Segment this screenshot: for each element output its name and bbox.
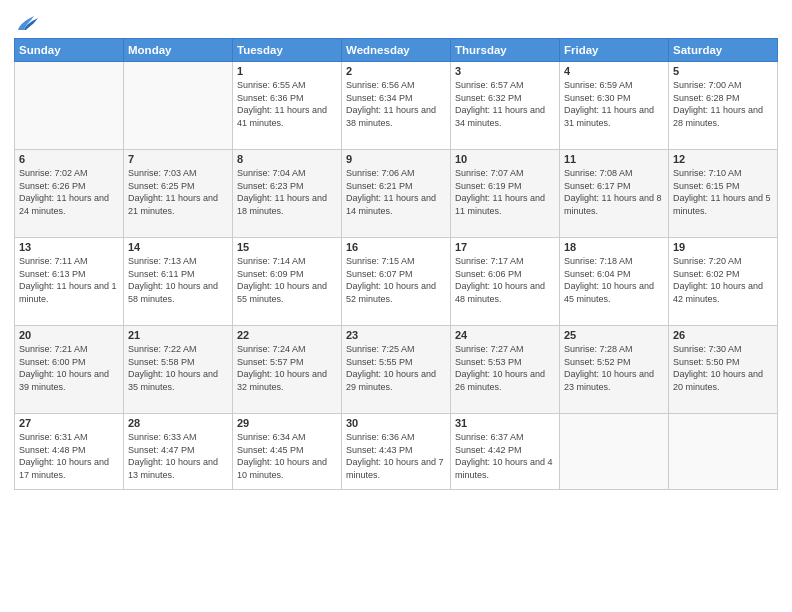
calendar-cell: 29Sunrise: 6:34 AMSunset: 4:45 PMDayligh… — [233, 414, 342, 490]
day-info: Sunrise: 6:56 AMSunset: 6:34 PMDaylight:… — [346, 79, 446, 129]
calendar-cell: 15Sunrise: 7:14 AMSunset: 6:09 PMDayligh… — [233, 238, 342, 326]
day-info: Sunrise: 6:34 AMSunset: 4:45 PMDaylight:… — [237, 431, 337, 481]
day-number: 27 — [19, 417, 119, 429]
calendar-cell: 2Sunrise: 6:56 AMSunset: 6:34 PMDaylight… — [342, 62, 451, 150]
day-number: 13 — [19, 241, 119, 253]
calendar-cell: 17Sunrise: 7:17 AMSunset: 6:06 PMDayligh… — [451, 238, 560, 326]
day-number: 1 — [237, 65, 337, 77]
calendar-cell: 8Sunrise: 7:04 AMSunset: 6:23 PMDaylight… — [233, 150, 342, 238]
day-info: Sunrise: 7:04 AMSunset: 6:23 PMDaylight:… — [237, 167, 337, 217]
calendar-cell: 24Sunrise: 7:27 AMSunset: 5:53 PMDayligh… — [451, 326, 560, 414]
calendar-cell: 9Sunrise: 7:06 AMSunset: 6:21 PMDaylight… — [342, 150, 451, 238]
weekday-header-row: SundayMondayTuesdayWednesdayThursdayFrid… — [15, 39, 778, 62]
calendar-cell: 5Sunrise: 7:00 AMSunset: 6:28 PMDaylight… — [669, 62, 778, 150]
day-number: 2 — [346, 65, 446, 77]
calendar-cell: 26Sunrise: 7:30 AMSunset: 5:50 PMDayligh… — [669, 326, 778, 414]
day-info: Sunrise: 6:59 AMSunset: 6:30 PMDaylight:… — [564, 79, 664, 129]
day-number: 16 — [346, 241, 446, 253]
day-info: Sunrise: 7:21 AMSunset: 6:00 PMDaylight:… — [19, 343, 119, 393]
day-info: Sunrise: 7:13 AMSunset: 6:11 PMDaylight:… — [128, 255, 228, 305]
calendar-cell: 31Sunrise: 6:37 AMSunset: 4:42 PMDayligh… — [451, 414, 560, 490]
week-row-5: 27Sunrise: 6:31 AMSunset: 4:48 PMDayligh… — [15, 414, 778, 490]
calendar-cell — [560, 414, 669, 490]
day-info: Sunrise: 7:20 AMSunset: 6:02 PMDaylight:… — [673, 255, 773, 305]
day-info: Sunrise: 7:08 AMSunset: 6:17 PMDaylight:… — [564, 167, 664, 217]
calendar-cell — [124, 62, 233, 150]
weekday-header-saturday: Saturday — [669, 39, 778, 62]
day-number: 20 — [19, 329, 119, 341]
day-info: Sunrise: 7:18 AMSunset: 6:04 PMDaylight:… — [564, 255, 664, 305]
day-number: 23 — [346, 329, 446, 341]
day-info: Sunrise: 7:03 AMSunset: 6:25 PMDaylight:… — [128, 167, 228, 217]
day-info: Sunrise: 7:28 AMSunset: 5:52 PMDaylight:… — [564, 343, 664, 393]
day-info: Sunrise: 6:55 AMSunset: 6:36 PMDaylight:… — [237, 79, 337, 129]
day-info: Sunrise: 7:30 AMSunset: 5:50 PMDaylight:… — [673, 343, 773, 393]
calendar-cell: 19Sunrise: 7:20 AMSunset: 6:02 PMDayligh… — [669, 238, 778, 326]
day-number: 25 — [564, 329, 664, 341]
day-info: Sunrise: 6:33 AMSunset: 4:47 PMDaylight:… — [128, 431, 228, 481]
day-info: Sunrise: 7:27 AMSunset: 5:53 PMDaylight:… — [455, 343, 555, 393]
calendar-table: SundayMondayTuesdayWednesdayThursdayFrid… — [14, 38, 778, 490]
calendar-cell: 14Sunrise: 7:13 AMSunset: 6:11 PMDayligh… — [124, 238, 233, 326]
day-info: Sunrise: 6:36 AMSunset: 4:43 PMDaylight:… — [346, 431, 446, 481]
day-info: Sunrise: 7:07 AMSunset: 6:19 PMDaylight:… — [455, 167, 555, 217]
calendar-cell: 16Sunrise: 7:15 AMSunset: 6:07 PMDayligh… — [342, 238, 451, 326]
day-number: 8 — [237, 153, 337, 165]
day-number: 9 — [346, 153, 446, 165]
calendar-cell: 1Sunrise: 6:55 AMSunset: 6:36 PMDaylight… — [233, 62, 342, 150]
calendar-cell: 7Sunrise: 7:03 AMSunset: 6:25 PMDaylight… — [124, 150, 233, 238]
day-number: 17 — [455, 241, 555, 253]
week-row-2: 6Sunrise: 7:02 AMSunset: 6:26 PMDaylight… — [15, 150, 778, 238]
calendar-cell: 10Sunrise: 7:07 AMSunset: 6:19 PMDayligh… — [451, 150, 560, 238]
calendar-cell: 3Sunrise: 6:57 AMSunset: 6:32 PMDaylight… — [451, 62, 560, 150]
day-number: 11 — [564, 153, 664, 165]
day-number: 21 — [128, 329, 228, 341]
calendar-cell: 21Sunrise: 7:22 AMSunset: 5:58 PMDayligh… — [124, 326, 233, 414]
calendar-cell — [15, 62, 124, 150]
week-row-3: 13Sunrise: 7:11 AMSunset: 6:13 PMDayligh… — [15, 238, 778, 326]
calendar-cell: 6Sunrise: 7:02 AMSunset: 6:26 PMDaylight… — [15, 150, 124, 238]
weekday-header-sunday: Sunday — [15, 39, 124, 62]
day-number: 3 — [455, 65, 555, 77]
day-info: Sunrise: 7:17 AMSunset: 6:06 PMDaylight:… — [455, 255, 555, 305]
calendar-cell: 11Sunrise: 7:08 AMSunset: 6:17 PMDayligh… — [560, 150, 669, 238]
day-info: Sunrise: 7:02 AMSunset: 6:26 PMDaylight:… — [19, 167, 119, 217]
calendar-cell: 20Sunrise: 7:21 AMSunset: 6:00 PMDayligh… — [15, 326, 124, 414]
day-number: 28 — [128, 417, 228, 429]
day-info: Sunrise: 7:06 AMSunset: 6:21 PMDaylight:… — [346, 167, 446, 217]
day-number: 14 — [128, 241, 228, 253]
week-row-1: 1Sunrise: 6:55 AMSunset: 6:36 PMDaylight… — [15, 62, 778, 150]
day-number: 18 — [564, 241, 664, 253]
calendar-cell: 18Sunrise: 7:18 AMSunset: 6:04 PMDayligh… — [560, 238, 669, 326]
weekday-header-monday: Monday — [124, 39, 233, 62]
day-info: Sunrise: 7:22 AMSunset: 5:58 PMDaylight:… — [128, 343, 228, 393]
day-number: 22 — [237, 329, 337, 341]
page: SundayMondayTuesdayWednesdayThursdayFrid… — [0, 0, 792, 612]
week-row-4: 20Sunrise: 7:21 AMSunset: 6:00 PMDayligh… — [15, 326, 778, 414]
day-info: Sunrise: 6:37 AMSunset: 4:42 PMDaylight:… — [455, 431, 555, 481]
day-info: Sunrise: 6:31 AMSunset: 4:48 PMDaylight:… — [19, 431, 119, 481]
calendar-cell: 30Sunrise: 6:36 AMSunset: 4:43 PMDayligh… — [342, 414, 451, 490]
day-number: 6 — [19, 153, 119, 165]
calendar-cell — [669, 414, 778, 490]
calendar-cell: 27Sunrise: 6:31 AMSunset: 4:48 PMDayligh… — [15, 414, 124, 490]
day-number: 31 — [455, 417, 555, 429]
calendar-cell: 13Sunrise: 7:11 AMSunset: 6:13 PMDayligh… — [15, 238, 124, 326]
logo — [14, 14, 38, 32]
day-number: 30 — [346, 417, 446, 429]
day-number: 12 — [673, 153, 773, 165]
day-info: Sunrise: 6:57 AMSunset: 6:32 PMDaylight:… — [455, 79, 555, 129]
calendar-cell: 25Sunrise: 7:28 AMSunset: 5:52 PMDayligh… — [560, 326, 669, 414]
weekday-header-wednesday: Wednesday — [342, 39, 451, 62]
day-number: 24 — [455, 329, 555, 341]
day-info: Sunrise: 7:24 AMSunset: 5:57 PMDaylight:… — [237, 343, 337, 393]
day-number: 7 — [128, 153, 228, 165]
day-number: 15 — [237, 241, 337, 253]
header — [14, 10, 778, 32]
day-info: Sunrise: 7:25 AMSunset: 5:55 PMDaylight:… — [346, 343, 446, 393]
calendar-cell: 23Sunrise: 7:25 AMSunset: 5:55 PMDayligh… — [342, 326, 451, 414]
calendar-cell: 22Sunrise: 7:24 AMSunset: 5:57 PMDayligh… — [233, 326, 342, 414]
day-info: Sunrise: 7:14 AMSunset: 6:09 PMDaylight:… — [237, 255, 337, 305]
day-number: 26 — [673, 329, 773, 341]
calendar-cell: 4Sunrise: 6:59 AMSunset: 6:30 PMDaylight… — [560, 62, 669, 150]
